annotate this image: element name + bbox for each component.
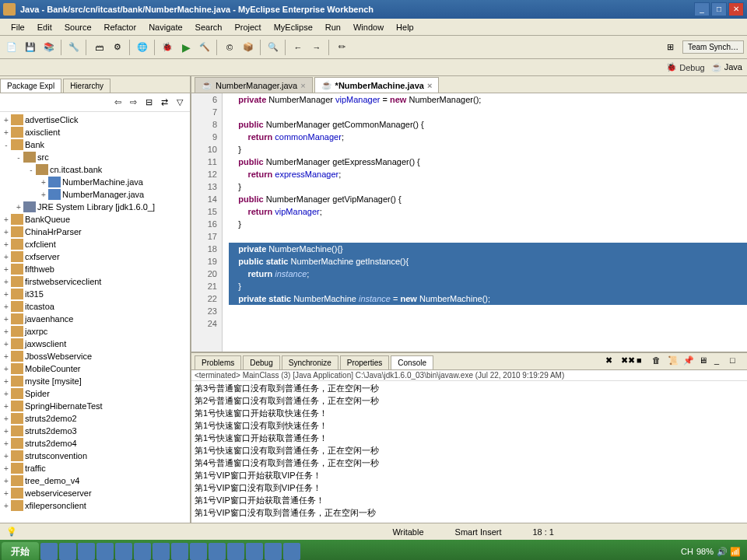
ext-tools-button[interactable]: 🔨 [196, 39, 213, 56]
console-pin-icon[interactable]: 📌 [683, 355, 697, 369]
search-button[interactable]: 🔍 [265, 39, 282, 56]
tree-node[interactable]: +jaxwsclient [2, 338, 188, 350]
bottom-tab-debug[interactable]: Debug [243, 355, 279, 369]
perspective-teamsync[interactable]: Team Synch… [682, 40, 744, 54]
perspective-java[interactable]: ☕ Java [711, 62, 742, 72]
console-scroll-icon[interactable]: 📜 [668, 355, 682, 369]
console-display-icon[interactable]: 🖥 [699, 355, 713, 369]
taskbar-item[interactable] [134, 543, 151, 560]
bottom-tab-synchronize[interactable]: Synchronize [282, 355, 338, 369]
tab-package-explorer[interactable]: Package Expl [0, 79, 61, 93]
taskbar-item[interactable] [171, 543, 188, 560]
tree-node[interactable]: +tree_demo_v4 [2, 474, 188, 487]
debug-button[interactable]: 🐞 [159, 39, 176, 56]
tree-node[interactable]: +strutsconvention [2, 450, 188, 462]
tree-node[interactable]: +mysite [mysite] [2, 375, 188, 387]
tree-node[interactable]: +Spider [2, 387, 188, 400]
tree-node[interactable]: +NumberMachine.java [2, 176, 188, 188]
taskbar-item[interactable] [115, 543, 132, 560]
tree-node[interactable]: -src [2, 151, 188, 163]
taskbar-item[interactable] [153, 543, 170, 560]
link-icon[interactable]: ⇄ [157, 96, 171, 110]
nav-back-button[interactable]: ← [289, 39, 307, 56]
tree-node[interactable]: +MobileCounter [2, 362, 188, 375]
maximize-button[interactable]: □ [711, 2, 727, 16]
tree-node[interactable]: +traffic [2, 462, 188, 474]
bottom-tab-console[interactable]: Console [391, 355, 433, 369]
menu-navigate[interactable]: Navigate [142, 21, 188, 33]
tree-node[interactable]: +cxfserver [2, 250, 188, 263]
perspective-debug[interactable]: 🐞 Debug [666, 62, 704, 72]
tab-hierarchy[interactable]: Hierarchy [63, 79, 110, 93]
close-tab-icon[interactable]: × [427, 81, 432, 90]
console-clear-icon[interactable]: 🗑 [652, 355, 666, 369]
project-tree[interactable]: +advertiseClick+axisclient-Bank-src-cn.i… [0, 112, 190, 523]
start-button[interactable]: 开始 [2, 542, 39, 561]
taskbar-item[interactable] [96, 543, 114, 560]
tree-node[interactable]: +javaenhance [2, 313, 188, 325]
tree-node[interactable]: +BankQueue [2, 213, 188, 226]
menu-help[interactable]: Help [390, 21, 420, 33]
tree-node[interactable]: +NumberManager.java [2, 188, 188, 201]
tree-node[interactable]: +advertiseClick [2, 114, 188, 126]
tree-node[interactable]: +SpringHibernateTest [2, 400, 188, 412]
back-icon[interactable]: ⇦ [110, 96, 124, 110]
menu-search[interactable]: Search [189, 21, 229, 33]
taskbar-item[interactable] [209, 543, 226, 560]
menu-icon[interactable]: ▽ [173, 96, 187, 110]
taskbar-item[interactable] [190, 543, 207, 560]
console-min-icon[interactable]: _ [714, 355, 728, 369]
console-remove-icon[interactable]: ✖ [605, 355, 619, 369]
tree-node[interactable]: -Bank [2, 138, 188, 151]
tray-ime[interactable]: CH [681, 547, 693, 556]
tree-node[interactable]: +JRE System Library [jdk1.6.0_] [2, 201, 188, 213]
run-button[interactable]: ▶ [177, 39, 195, 56]
fwd-icon[interactable]: ⇨ [126, 96, 140, 110]
close-button[interactable]: ✕ [728, 2, 744, 16]
editor-tab[interactable]: ☕NumberManager.java× [195, 77, 313, 93]
console-terminate-icon[interactable]: ■ [637, 355, 651, 369]
taskbar-item[interactable] [283, 543, 300, 560]
menu-edit[interactable]: Edit [31, 21, 58, 33]
tree-node[interactable]: +struts2demo3 [2, 425, 188, 437]
tree-node[interactable]: -cn.itcast.bank [2, 163, 188, 176]
tree-node[interactable]: +webserviceserver [2, 487, 188, 499]
new-pkg-button[interactable]: 📦 [240, 39, 257, 56]
taskbar-item[interactable] [227, 543, 244, 560]
console-output[interactable]: 第3号普通窗口没有取到普通任务，正在空闲一秒第2号普通窗口没有取到普通任务，正在… [191, 381, 747, 523]
tree-node[interactable]: +xfilepersonclient [2, 499, 188, 512]
menu-source[interactable]: Source [58, 21, 98, 33]
tray-icons[interactable]: 🔊 📶 [717, 547, 741, 557]
collapse-icon[interactable]: ⊟ [142, 96, 156, 110]
tree-node[interactable]: +struts2demo4 [2, 437, 188, 450]
close-tab-icon[interactable]: × [300, 81, 305, 90]
nav-fwd-button[interactable]: → [308, 39, 325, 56]
new-class-button[interactable]: © [221, 39, 238, 56]
tree-node[interactable]: +cxfclient [2, 238, 188, 250]
save-button[interactable]: 💾 [22, 39, 39, 56]
taskbar-item[interactable] [78, 543, 95, 560]
paint-button[interactable]: ✏ [333, 39, 350, 56]
bottom-tab-problems[interactable]: Problems [195, 355, 241, 369]
new-button[interactable]: 📄 [3, 39, 20, 56]
open-perspective-button[interactable]: ⊞ [662, 39, 679, 56]
menu-myeclipse[interactable]: MyEclipse [268, 21, 319, 33]
deploy-button[interactable]: 🔧 [65, 39, 82, 56]
bottom-tab-properties[interactable]: Properties [340, 355, 390, 369]
tree-node[interactable]: +jaxrpc [2, 325, 188, 338]
menu-project[interactable]: Project [228, 21, 267, 33]
code-editor[interactable]: 6789101112131415161718192021222324 priva… [191, 93, 747, 352]
browser-button[interactable]: 🌐 [134, 39, 151, 56]
menu-run[interactable]: Run [319, 21, 347, 33]
minimize-button[interactable]: _ [694, 2, 710, 16]
taskbar-item[interactable] [40, 543, 58, 560]
menu-window[interactable]: Window [347, 21, 390, 33]
tree-node[interactable]: +itcastoa [2, 300, 188, 313]
tree-node[interactable]: +firstwebserviceclient [2, 275, 188, 288]
tree-node[interactable]: +fifthweb [2, 263, 188, 275]
taskbar-item[interactable] [246, 543, 263, 560]
server-button[interactable]: ⚙ [109, 39, 126, 56]
tree-node[interactable]: +struts2demo2 [2, 412, 188, 425]
menu-file[interactable]: File [5, 21, 31, 33]
tree-node[interactable]: +JbossWebservice [2, 350, 188, 362]
